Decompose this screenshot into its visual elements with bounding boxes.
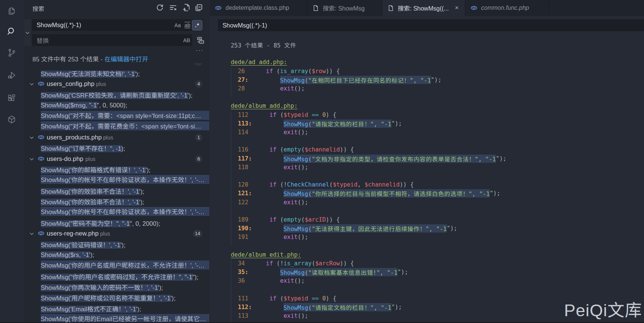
replace-all-button[interactable] — [196, 35, 205, 45]
activity-bar-item-package-explorer[interactable] — [0, 110, 23, 129]
replace-input-placeholder[interactable]: 替换 — [32, 36, 182, 45]
file-row[interactable]: phpplususers-do.php6 — [23, 154, 210, 164]
search-editor-query-input[interactable]: ShowMsg((.*)-1) — [218, 19, 644, 31]
match-row[interactable]: ShowMsg('你的用户名或用户昵称过长，不允许注册！', '-… — [23, 260, 210, 271]
refresh-button[interactable] — [155, 3, 164, 12]
match-case-button[interactable]: Aa — [173, 20, 182, 30]
code-line[interactable]: 111 if ($typeid == 0) { — [231, 294, 336, 303]
search-editor-content: 253 个结果 - 85 文件dede/ad_add.php: 26 if (i… — [210, 0, 644, 323]
match-row[interactable]: ShowMsg('用户昵称或公司名称不能重复！', '-1'); — [23, 292, 210, 303]
code-line[interactable]: 114 exit(); — [231, 128, 308, 136]
match-row[interactable]: ShowMsg('你的帐号不在邮件验证状态，本操作无效！', '-… — [23, 207, 210, 218]
code-line[interactable]: 26 if (is_array($row)) { — [231, 67, 340, 75]
match-row[interactable]: ShowMsg('你的帐号不在邮件验证状态，本操作无效！', '-… — [23, 175, 210, 186]
match-row[interactable]: ShowMsg('你的效验串不合法！', '-1'); — [23, 186, 210, 196]
editor-tab[interactable]: phpcommon.func.php — [465, 0, 549, 16]
code-line[interactable]: 116 if (empty($channelid)) { — [231, 145, 354, 154]
file-header-line[interactable]: dede/ad_add.php: — [231, 58, 287, 67]
php-icon: php — [38, 135, 44, 139]
file-row[interactable]: phpplususers-reg-new.php14 — [23, 228, 210, 239]
search-editor-query-value[interactable]: ShowMsg((.*)-1) — [218, 22, 267, 29]
toggle-search-details-button[interactable]: ··· — [195, 46, 205, 54]
open-new-search-editor-button[interactable] — [182, 3, 191, 12]
summary-line[interactable]: 253 个结果 - 85 文件 — [231, 40, 296, 49]
match-row[interactable]: ShowMsg("对不起，需要花费金币：<span style='font-si… — [23, 122, 210, 132]
indent-guide — [231, 260, 231, 323]
code-line[interactable]: 28 exit(); — [231, 84, 305, 93]
code-line[interactable]: 121: ShowMsg("你所选择的栏目与当前模型不相符，请选择白色的选项！"… — [231, 189, 500, 198]
clear-search-results-button[interactable] — [169, 3, 178, 12]
match-row[interactable]: ShowMsg("你的用户名或密码过短，不允许注册！", "-1"); — [23, 271, 210, 282]
file-row[interactable]: phpplususers_products.php1 — [23, 132, 210, 143]
code-line[interactable]: 35: ShowMsg("读取档案基本信息出错!", "-1"); — [231, 268, 408, 277]
replace-input[interactable]: 替换 AB — [32, 34, 192, 46]
code-line[interactable]: 191 exit(); — [231, 233, 308, 242]
collapse-all-button[interactable] — [194, 3, 203, 12]
close-icon[interactable]: × — [454, 4, 460, 12]
file-row[interactable]: phpplususers_config.php4 — [23, 79, 210, 89]
code-line[interactable]: 27: ShowMsg("在相同栏目下已经存在同名的标记！", "-1"); — [231, 75, 442, 84]
match-row[interactable]: ShowMsg('验证码错误！', '-1'); — [23, 239, 210, 250]
code-line[interactable]: 189 if (empty($arcID)) { — [231, 215, 340, 224]
results-summary-text: 85 文件中有 253 个结果 - — [32, 56, 104, 63]
match-highlight: ShowMsg('无法浏览未知文档!', '-1 — [41, 70, 135, 78]
php-icon: php — [38, 231, 44, 236]
activity-bar — [0, 0, 23, 323]
match-row[interactable]: ShowMsg('Email格式不正确！', '-1'); — [23, 303, 210, 314]
code-line[interactable]: 190: ShowMsg("无法获得主键，因此无法进行后续操作！", "-1")… — [231, 224, 457, 233]
code-line[interactable]: 34 if (!is_array($arcRow)) { — [231, 259, 354, 268]
match-row[interactable]: ShowMsg('你的效验串不合法！', '-1'); — [23, 196, 210, 207]
toggle-replace-button[interactable] — [24, 19, 31, 46]
search-input-value[interactable]: ShowMsg((.*)-1) — [32, 21, 173, 29]
collapse-all-icon — [195, 3, 203, 12]
code-line[interactable]: 117: ShowMsg("文档为非指定的类型，请检查你发布内容的表单是否合法！… — [231, 154, 506, 163]
match-row[interactable]: ShowMsg($msg, "-1", 0, 5000); — [23, 100, 210, 111]
match-line-text: ShowMsg('你使用的Email已经被另一帐号注册，请使其它… — [41, 314, 209, 323]
code-line[interactable]: 112: ShowMsg("请指定文档的栏目！", "-1"); — [231, 303, 402, 311]
match-highlight: ShowMsg("请指定文档的栏目！", "-1 — [284, 119, 391, 128]
whole-word-button[interactable]: ab — [182, 20, 192, 30]
match-row[interactable]: ShowMsg("密码不能为空！", "-1", 0, 2000); — [23, 218, 210, 228]
php-icon: php — [215, 6, 222, 10]
match-row[interactable]: ShowMsg('无法浏览未知文档!', '-1'); — [23, 68, 210, 79]
open-in-editor-link[interactable]: 在编辑器中打开 — [104, 56, 148, 63]
file-path-link[interactable]: dede/ad_add.php: — [231, 59, 287, 66]
editor-tab[interactable]: 搜索: ShowMsg — [307, 0, 382, 16]
search-input[interactable]: ShowMsg((.*)-1) Aaab.* — [32, 19, 203, 31]
match-row[interactable]: ShowMsg($rs, '-1'); — [23, 250, 210, 260]
preserve-case-button[interactable]: AB — [182, 35, 192, 45]
match-row[interactable]: ShowMsg('你使用的Email已经被另一帐号注册，请使其它… — [23, 314, 210, 323]
editor-tab[interactable]: phpdedetemplate.class.php — [210, 0, 307, 16]
code-line[interactable]: 122 exit(); — [231, 198, 308, 207]
file-name: users-reg-new.php — [47, 230, 98, 237]
activity-bar-item-explorer[interactable] — [0, 1, 23, 20]
folder-label: plus — [96, 81, 106, 87]
file-path-link[interactable]: dede/album_edit.php: — [231, 251, 301, 258]
match-row[interactable]: ShowMsg('你的邮箱格式有错误！', '-1'); — [23, 164, 210, 175]
editor-tab[interactable]: 搜索: ShowMsg((...× — [382, 0, 465, 16]
match-line-text: ShowMsg("你的用户名或密码过短，不允许注册！", "-1"); — [41, 272, 198, 281]
activity-bar-item-search[interactable] — [0, 22, 23, 41]
activity-bar-item-extensions[interactable] — [0, 89, 23, 108]
regex-button[interactable]: .* — [192, 20, 202, 30]
code-line[interactable]: 118 exit(); — [231, 163, 308, 171]
code-line[interactable]: 120 if (!CheckChannel($typeid, $channeli… — [231, 181, 414, 189]
file-header-line[interactable]: dede/album_edit.php: — [231, 250, 301, 259]
match-row[interactable]: ShowMsg('你两次输入的密码不一致！', '-1'); — [23, 282, 210, 292]
activity-bar-item-run-and-debug[interactable] — [0, 66, 23, 85]
file-path-link[interactable]: dede/album_add.php: — [231, 103, 297, 109]
match-highlight: ShowMsg("对不起，需要：<span style='font-size:1… — [41, 111, 209, 120]
file-header-line[interactable]: dede/album_add.php: — [231, 102, 297, 110]
match-row[interactable]: ShowMsg("对不起，需要：<span style='font-size:1… — [23, 111, 210, 121]
match-line-text: ShowMsg('无法浏览未知文档!', '-1'); — [41, 69, 140, 78]
code-line[interactable]: 113 exit(); — [231, 312, 308, 320]
match-highlight: ShowMsg("请指定文档的栏目！", "-1 — [284, 303, 391, 311]
code-line[interactable]: 113: ShowMsg("请指定文档的栏目！", "-1"); — [231, 119, 402, 128]
code-line[interactable]: 112 if ($typeid == 0) { — [231, 110, 336, 119]
match-row[interactable]: ShowMsg("订单不存在！", -1); — [23, 143, 210, 153]
match-row[interactable]: ShowMsg('CSRF校验失败，请刷新页面重新提交', '-1'); — [23, 90, 210, 100]
activity-bar-item-source-control[interactable] — [0, 43, 23, 63]
match-highlight: ShowMsg("订单不存在！", -1 — [41, 145, 121, 152]
sidebar-title: 搜索 — [32, 4, 44, 12]
code-line[interactable]: 36 exit(); — [231, 277, 305, 285]
